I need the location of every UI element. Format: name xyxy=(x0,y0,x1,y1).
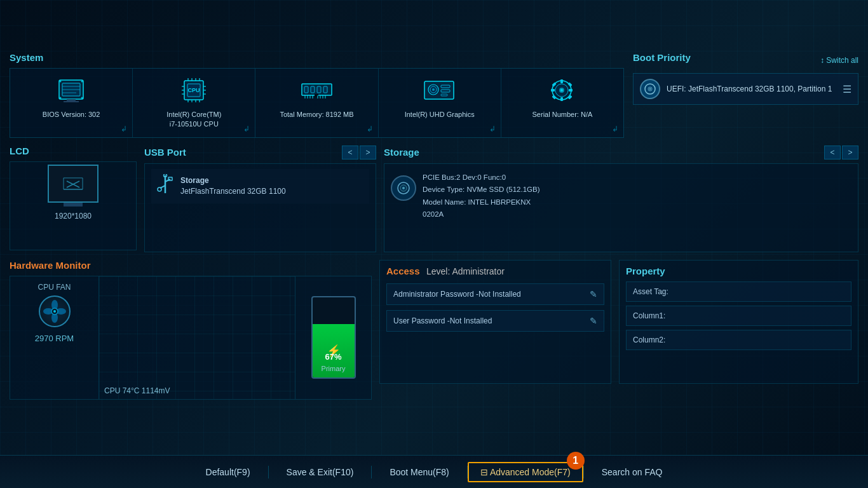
user-password-field[interactable]: User Password -Not Installed ✎ xyxy=(386,310,604,332)
fan-panel: CPU FAN 2970 xyxy=(10,276,99,399)
cpu-text: Intel(R) Core(TM) i7-10510U CPU xyxy=(166,110,221,130)
sys-card-bios[interactable]: BIOS Version: 302 ↲ xyxy=(10,69,133,137)
user-password-edit-icon[interactable]: ✎ xyxy=(590,316,597,326)
footer: Default(F9) Save & Exit(F10) Boot Menu(F… xyxy=(0,455,868,488)
lcd-resolution: 1920*1080 xyxy=(48,212,98,220)
svg-point-45 xyxy=(432,88,435,91)
admin-password-edit-icon[interactable]: ✎ xyxy=(590,289,597,299)
lcd-section: LCD xyxy=(10,146,137,252)
badge-1: 1 xyxy=(567,452,585,470)
chart-panel: CPU 74°C 1114mV xyxy=(99,276,295,399)
svg-point-60 xyxy=(560,89,563,92)
gpu-arrow: ↲ xyxy=(489,125,496,133)
chart-grid xyxy=(99,276,295,399)
svg-point-78 xyxy=(402,187,405,189)
hw-monitor-title: Hardware Monitor xyxy=(10,260,372,271)
storage-content: PCIE Bus:2 Dev:0 Func:0 Device Type: NVM… xyxy=(391,169,851,224)
search-faq-button[interactable]: Search on FAQ xyxy=(584,467,681,477)
storage-info: PCIE Bus:2 Dev:0 Func:0 Device Type: NVM… xyxy=(423,172,540,221)
system-cards: BIOS Version: 302 ↲ CPU xyxy=(10,68,624,138)
access-section: Access Level: Administrator Administrato… xyxy=(379,260,611,400)
usb-section: USB Port < > xyxy=(144,146,376,252)
svg-point-7 xyxy=(59,81,61,83)
battery-label: Primary xyxy=(313,365,355,372)
svg-rect-30 xyxy=(311,86,315,93)
svg-rect-31 xyxy=(317,86,321,93)
svg-rect-6 xyxy=(64,101,79,102)
usb-device-text: Storage JetFlashTranscend 32GB 1100 xyxy=(180,175,286,197)
cpu-temp-info: CPU 74°C 1114mV xyxy=(104,386,170,395)
battery-panel: ⚡ 67% Primary xyxy=(295,276,371,399)
usb-item: Storage JetFlashTranscend 32GB 1100 xyxy=(151,169,369,203)
sys-card-ram[interactable]: Total Memory: 8192 MB ↲ xyxy=(255,69,378,137)
hw-monitor-box: CPU FAN 2970 xyxy=(10,276,372,400)
svg-point-74 xyxy=(158,187,161,191)
ram-text: Total Memory: 8192 MB xyxy=(280,110,353,119)
advanced-mode-button[interactable]: ⊟ Advanced Mode(F7) 1 xyxy=(468,462,583,482)
storage-nav-next[interactable]: > xyxy=(842,146,858,159)
serial-arrow: ↲ xyxy=(612,125,618,133)
asset-tag-field: Asset Tag: xyxy=(626,281,851,302)
usb-nav-next[interactable]: > xyxy=(360,146,376,159)
svg-rect-5 xyxy=(67,99,76,101)
svg-rect-47 xyxy=(441,90,450,92)
bios-icon xyxy=(54,76,89,105)
default-button[interactable]: Default(F9) xyxy=(188,467,268,477)
asset-tag-label: Asset Tag: xyxy=(633,287,668,296)
column2-label: Column2: xyxy=(633,336,665,344)
save-exit-button[interactable]: Save & Exit(F10) xyxy=(269,467,372,477)
access-level: Level: Administrator xyxy=(426,266,505,276)
ram-icon xyxy=(299,76,334,105)
serial-text: Serial Number: N/A xyxy=(532,110,593,119)
usb-nav-prev[interactable]: < xyxy=(342,146,358,159)
svg-rect-29 xyxy=(304,86,308,93)
svg-rect-52 xyxy=(560,97,563,101)
admin-password-text: Administrator Password -Not Installed xyxy=(393,290,590,299)
storage-section: Storage < > xyxy=(384,146,858,252)
svg-point-84 xyxy=(53,310,56,313)
battery-tip xyxy=(327,296,340,297)
property-box: Property Asset Tag: Column1: Column2: xyxy=(619,260,858,384)
fan-label: CPU FAN xyxy=(37,283,71,292)
sys-card-serial[interactable]: Serial Number: N/A ↲ xyxy=(501,69,623,137)
boot-priority-section: Boot Priority ↕ Switch all UEFI: JetFlas… xyxy=(633,52,858,105)
battery-percent: 67% xyxy=(313,352,355,362)
svg-rect-53 xyxy=(551,89,555,92)
boot-item[interactable]: UEFI: JetFlashTranscend 32GB 1100, Parti… xyxy=(633,73,858,105)
sys-card-gpu[interactable]: Intel(R) UHD Graphics ↲ xyxy=(379,69,501,137)
usb-nav: < > xyxy=(342,146,376,159)
boot-menu-button[interactable]: Boot Menu(F8) xyxy=(372,467,466,477)
storage-disk-icon xyxy=(391,175,416,201)
storage-nav: < > xyxy=(824,146,858,159)
boot-menu-icon: ☰ xyxy=(843,83,851,95)
bios-version-text: BIOS Version: 302 xyxy=(43,110,100,119)
switch-all-button[interactable]: ↕ Switch all xyxy=(820,56,858,65)
system-title: System xyxy=(10,52,624,63)
cpu-icon: CPU xyxy=(177,76,212,105)
serial-icon xyxy=(545,76,580,105)
svg-point-63 xyxy=(649,88,651,90)
usb-box: Storage JetFlashTranscend 32GB 1100 xyxy=(144,163,376,252)
svg-point-8 xyxy=(81,81,83,83)
lcd-icon xyxy=(48,165,98,203)
sys-card-cpu[interactable]: CPU xyxy=(133,69,255,137)
lcd-title: LCD xyxy=(10,146,137,156)
column1-label: Column1: xyxy=(633,311,665,320)
storage-nav-prev[interactable]: < xyxy=(824,146,841,159)
battery-container: ⚡ 67% Primary xyxy=(311,296,356,379)
lcd-box: 1920*1080 xyxy=(10,161,137,250)
storage-title: Storage xyxy=(384,147,419,158)
usb-icon xyxy=(156,174,174,198)
storage-box: PCIE Bus:2 Dev:0 Func:0 Device Type: NVM… xyxy=(384,163,858,252)
svg-text:CPU: CPU xyxy=(187,87,200,93)
property-section: Property Asset Tag: Column1: Column2: xyxy=(619,260,858,400)
bottom-row: Hardware Monitor CPU FAN xyxy=(10,260,858,400)
boot-item-text: UEFI: JetFlashTranscend 32GB 1100, Parti… xyxy=(667,85,836,93)
svg-rect-72 xyxy=(168,177,172,180)
user-password-text: User Password -Not Installed xyxy=(393,316,590,325)
advanced-mode-label: ⊟ Advanced Mode(F7) xyxy=(480,467,571,477)
admin-password-field[interactable]: Administrator Password -Not Installed ✎ xyxy=(386,283,604,305)
access-title: Access xyxy=(386,266,420,276)
svg-rect-51 xyxy=(560,79,563,83)
gpu-text: Intel(R) UHD Graphics xyxy=(405,110,475,119)
